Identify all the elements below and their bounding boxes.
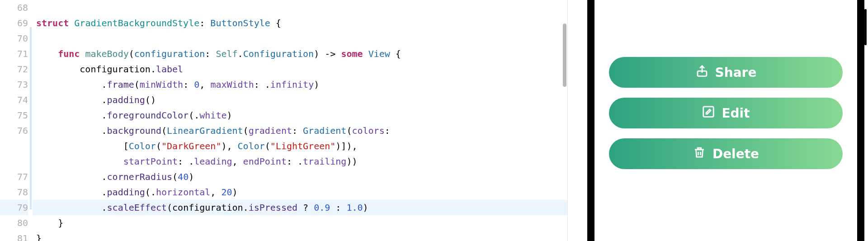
line-number: 76 — [0, 123, 28, 138]
delete-label: Delete — [712, 146, 759, 161]
share-label: Share — [715, 65, 757, 80]
edit-button[interactable]: Edit — [609, 98, 843, 128]
enum-case: trailing — [303, 156, 346, 167]
modifier: padding — [107, 95, 145, 105]
edit-label: Edit — [722, 106, 750, 121]
modifier: frame — [107, 79, 134, 90]
property: label — [156, 64, 183, 75]
modifier: foregroundColor — [107, 110, 189, 121]
string-literal: "LightGreen" — [270, 141, 336, 151]
line-number: 73 — [0, 77, 28, 92]
code-line[interactable]: .padding() — [33, 92, 567, 108]
share-button[interactable]: Share — [609, 57, 843, 88]
device-side-button — [864, 9, 867, 45]
number: 0.9 — [314, 202, 330, 213]
scrollbar-thumb[interactable] — [563, 24, 566, 87]
device-frame: Share Edit Delete — [587, 0, 864, 241]
keyword-some: some — [341, 48, 363, 59]
enum-case: infinity — [270, 79, 314, 90]
arg-label: endPoint — [243, 156, 287, 167]
view-type: View — [368, 48, 390, 59]
type-name: Color — [129, 141, 156, 151]
line-number: 78 — [0, 184, 28, 200]
arg-label: gradient — [249, 125, 292, 136]
line-number: 77 — [0, 169, 28, 184]
arg-label: maxWidth — [210, 79, 254, 90]
line-number: 72 — [0, 61, 28, 77]
code-line[interactable]: struct GradientBackgroundStyle: ButtonSt… — [33, 15, 567, 31]
type-name: LinearGradient — [167, 125, 243, 136]
delete-button[interactable]: Delete — [609, 138, 843, 169]
keyword-func: func — [58, 48, 80, 59]
code-line[interactable]: .cornerRadius(40) — [33, 169, 567, 184]
modifier: padding — [107, 187, 145, 198]
self-type: Self — [216, 48, 237, 59]
button-stack: Share Edit Delete — [594, 57, 857, 169]
code-line[interactable] — [33, 31, 567, 46]
code-line[interactable]: } — [33, 215, 567, 231]
code-line[interactable]: .padding(.horizontal, 20) — [33, 184, 567, 200]
line-number: 69 — [0, 15, 28, 31]
code-line[interactable]: .frame(minWidth: 0, maxWidth: .infinity) — [33, 77, 567, 92]
number: 20 — [221, 187, 232, 198]
line-number: 75 — [0, 108, 28, 123]
preview-canvas: Share Edit Delete — [578, 0, 868, 241]
number: 0 — [194, 79, 199, 90]
code-line[interactable]: [Color("DarkGreen"), Color("LightGreen")… — [33, 138, 567, 154]
config-type: Configuration — [243, 48, 314, 59]
share-icon — [695, 64, 709, 81]
pane-divider[interactable] — [567, 0, 578, 241]
number: 1.0 — [346, 202, 363, 213]
enum-case: white — [199, 110, 226, 121]
operator: : — [335, 202, 341, 213]
enum-case: horizontal — [156, 187, 210, 198]
arg-label: colors — [352, 125, 384, 136]
code-line[interactable]: } — [33, 231, 567, 241]
arrow: -> — [325, 48, 335, 59]
code-line[interactable]: .foregroundColor(.white) — [33, 108, 567, 123]
code-line[interactable]: .scaleEffect(configuration.isPressed ? 0… — [33, 200, 567, 215]
code-area[interactable]: struct GradientBackgroundStyle: ButtonSt… — [33, 0, 567, 241]
edit-icon — [702, 105, 715, 122]
delete-icon — [693, 146, 706, 162]
modifier: background — [107, 125, 161, 136]
number: 40 — [178, 171, 189, 182]
line-number: 71 — [0, 46, 28, 61]
type-name: Color — [238, 141, 265, 151]
identifier: configuration — [172, 202, 243, 213]
code-line[interactable]: configuration.label — [33, 61, 567, 77]
property: isPressed — [249, 202, 297, 213]
code-line[interactable] — [33, 0, 567, 15]
code-line[interactable]: startPoint: .leading, endPoint: .trailin… — [33, 154, 567, 169]
modifier: scaleEffect — [107, 202, 167, 213]
arg-label: minWidth — [140, 79, 183, 90]
line-number — [0, 154, 28, 169]
code-line[interactable]: func makeBody(configuration: Self.Config… — [33, 46, 567, 61]
line-number: 81 — [0, 231, 28, 241]
line-number — [0, 138, 28, 154]
line-number: 74 — [0, 92, 28, 108]
line-number: 68 — [0, 0, 28, 15]
type-name: Gradient — [303, 125, 346, 136]
svg-rect-1 — [703, 106, 714, 117]
operator: ? — [303, 202, 308, 213]
line-number: 70 — [0, 31, 28, 46]
keyword-struct: struct — [36, 18, 69, 28]
modifier: cornerRadius — [107, 171, 173, 182]
enum-case: leading — [194, 156, 232, 167]
protocol-name: ButtonStyle — [210, 18, 270, 28]
function-name: makeBody — [85, 48, 128, 59]
type-name: GradientBackgroundStyle — [74, 18, 199, 28]
identifier: configuration — [80, 64, 151, 75]
code-editor[interactable]: 68 69 70 71 72 73 74 75 76 77 78 79 80 8… — [0, 0, 567, 241]
line-number: 80 — [0, 215, 28, 231]
param-label: configuration — [134, 48, 205, 59]
line-number: 79 — [0, 200, 28, 215]
arg-label: startPoint — [123, 156, 178, 167]
code-line[interactable]: .background(LinearGradient(gradient: Gra… — [33, 123, 567, 138]
device-screen: Share Edit Delete — [594, 0, 857, 241]
line-number-gutter: 68 69 70 71 72 73 74 75 76 77 78 79 80 8… — [0, 0, 33, 241]
string-literal: "DarkGreen" — [161, 141, 221, 151]
